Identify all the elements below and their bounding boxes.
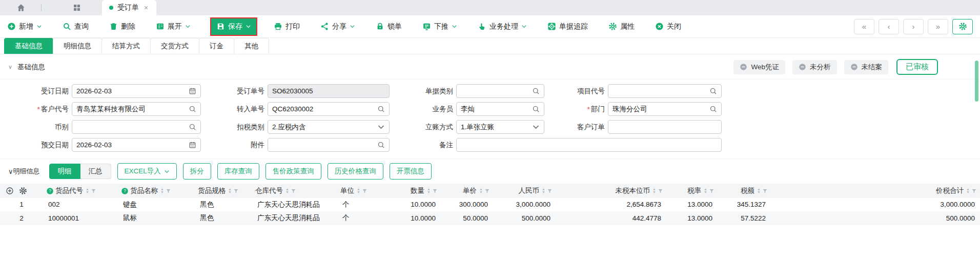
- column-header-item-code[interactable]: ?货品代号▲▼: [43, 184, 118, 198]
- table-row[interactable]: 210000001鼠标黑色广东天心天思消耗品个10.000050.0000500…: [0, 211, 980, 225]
- cell-item-spec[interactable]: 黑色: [195, 211, 252, 225]
- column-header-total[interactable]: 价税合计▲▼: [771, 184, 980, 198]
- field-input-remark[interactable]: [456, 138, 722, 152]
- search-icon[interactable]: [189, 105, 196, 113]
- cell-net-local[interactable]: 2,654.8673: [556, 198, 666, 211]
- search-icon[interactable]: [189, 123, 196, 131]
- tab-基础信息[interactable]: 基础信息: [4, 38, 53, 54]
- filter-icon[interactable]: [91, 188, 96, 194]
- field-input-attachment[interactable]: [268, 138, 390, 152]
- field-input-salesperson[interactable]: 李灿: [456, 102, 544, 116]
- cell-qty[interactable]: 10.0000: [381, 198, 441, 211]
- toolbar-button-print[interactable]: 打印: [274, 22, 300, 31]
- filter-icon[interactable]: [971, 188, 977, 194]
- tab-交货方式[interactable]: 交货方式: [150, 38, 199, 54]
- column-header-item-spec[interactable]: 货品规格▲▼: [195, 184, 252, 198]
- tab-结算方式[interactable]: 结算方式: [101, 38, 151, 54]
- field-input-order-no[interactable]: SO62030005: [268, 84, 390, 98]
- cell-unit-price[interactable]: 300.0000: [441, 198, 493, 211]
- toolbar-button-new[interactable]: 新增: [7, 22, 42, 31]
- column-header-tax-rate[interactable]: 税率▲▼: [666, 184, 718, 198]
- filter-icon[interactable]: [709, 188, 714, 194]
- cell-tax-amount[interactable]: 57.5222: [718, 211, 771, 225]
- search-icon[interactable]: [709, 87, 717, 95]
- field-input-doc-category[interactable]: [456, 84, 544, 98]
- collapse-chevron-icon[interactable]: ∨: [8, 64, 12, 70]
- chevron-down-icon[interactable]: [532, 123, 540, 131]
- nav-first-button[interactable]: «: [854, 19, 874, 34]
- toolbar-button-properties[interactable]: 属性: [608, 22, 635, 31]
- split-button[interactable]: 拆分: [183, 163, 211, 180]
- toolbar-button-business-process[interactable]: 业务处理: [478, 22, 527, 31]
- column-header-unit[interactable]: 单位▲▼: [337, 184, 381, 198]
- cell-unit[interactable]: 个: [337, 211, 381, 225]
- cell-total[interactable]: 3,000.0000: [771, 198, 980, 211]
- collapse-chevron-icon[interactable]: ∨: [8, 168, 13, 175]
- filter-icon[interactable]: [362, 188, 368, 194]
- sort-icon[interactable]: ▲▼: [228, 188, 232, 194]
- field-input-order-date[interactable]: 2026-02-03: [72, 84, 201, 98]
- nav-last-button[interactable]: »: [928, 19, 948, 34]
- grid-icon[interactable]: [71, 3, 83, 12]
- add-row-icon[interactable]: [6, 187, 14, 195]
- column-header-net-local[interactable]: 未税本位币▲▼: [556, 184, 666, 198]
- sort-icon[interactable]: ▲▼: [285, 188, 289, 194]
- column-header-item-name[interactable]: ?货品名称▲▼: [118, 184, 195, 198]
- column-header-unit-price[interactable]: 单价▲▼: [441, 184, 493, 198]
- filter-icon[interactable]: [658, 188, 663, 194]
- invoice-info-button[interactable]: 开票信息: [390, 163, 432, 180]
- toolbar-button-save[interactable]: 保存: [211, 18, 256, 35]
- cell-warehouse[interactable]: 广东天心天思消耗品: [252, 211, 337, 225]
- cell-unit[interactable]: 个: [337, 198, 381, 211]
- sort-icon[interactable]: ▲▼: [479, 188, 483, 194]
- field-input-project-code[interactable]: [608, 84, 722, 98]
- toolbar-button-expand[interactable]: 展开: [156, 22, 191, 31]
- toolbar-settings-button[interactable]: [952, 19, 973, 34]
- cell-net-local[interactable]: 442.4778: [556, 211, 666, 225]
- sort-icon[interactable]: ▲▼: [757, 188, 761, 194]
- sort-icon[interactable]: ▲▼: [652, 188, 656, 194]
- filter-icon[interactable]: [762, 188, 768, 194]
- sort-icon[interactable]: ▲▼: [704, 188, 707, 194]
- filter-icon[interactable]: [432, 188, 438, 194]
- sort-icon[interactable]: ▲▼: [427, 188, 431, 194]
- cell-cny-amount[interactable]: 3,000.0000: [493, 198, 556, 211]
- row-number-cell[interactable]: 1: [0, 198, 43, 211]
- search-icon[interactable]: [709, 105, 717, 113]
- document-tab[interactable]: 受订单 ×: [102, 0, 156, 15]
- cell-cny-amount[interactable]: 500.0000: [493, 211, 556, 225]
- toolbar-button-doc-trace[interactable]: 单据追踪: [547, 22, 588, 31]
- field-input-expected-date[interactable]: 2026-02-03: [72, 138, 201, 152]
- cell-item-spec[interactable]: 黑色: [195, 198, 252, 211]
- tab-明细信息[interactable]: 明细信息: [53, 38, 102, 54]
- sort-icon[interactable]: ▲▼: [86, 188, 89, 194]
- calendar-icon[interactable]: [189, 87, 196, 95]
- nav-prev-button[interactable]: ‹: [879, 19, 899, 34]
- field-input-customer-code[interactable]: 青岛某某科技有限公司: [72, 102, 201, 116]
- calendar-icon[interactable]: [189, 141, 196, 149]
- stock-query-button[interactable]: 库存查询: [217, 163, 259, 180]
- nav-next-button[interactable]: ›: [903, 19, 924, 34]
- toolbar-button-query[interactable]: 查询: [63, 22, 89, 31]
- filter-icon[interactable]: [233, 188, 239, 194]
- field-input-billing-method[interactable]: 1.单张立账: [456, 120, 544, 134]
- column-header-cny-amount[interactable]: 人民币▲▼: [493, 184, 556, 198]
- sort-icon[interactable]: ▲▼: [542, 188, 545, 194]
- toolbar-button-share[interactable]: 分享: [320, 22, 355, 31]
- field-input-department[interactable]: 珠海分公司: [608, 102, 722, 116]
- toggle-summary-view[interactable]: 汇总: [80, 164, 111, 179]
- field-input-currency[interactable]: [72, 120, 201, 134]
- toolbar-button-lock-order[interactable]: 锁单: [376, 22, 402, 31]
- column-header-qty[interactable]: 数量▲▼: [381, 184, 441, 198]
- help-icon[interactable]: ?: [121, 187, 129, 195]
- cell-tax-rate[interactable]: 13.0000: [666, 198, 718, 211]
- help-icon[interactable]: ?: [46, 187, 54, 195]
- column-header-warehouse[interactable]: 仓库代号▲▼: [252, 184, 337, 198]
- filter-icon[interactable]: [166, 188, 171, 194]
- filter-icon[interactable]: [547, 188, 553, 194]
- search-icon[interactable]: [532, 105, 540, 113]
- sort-icon[interactable]: ▲▼: [160, 188, 164, 194]
- home-icon[interactable]: [15, 3, 27, 12]
- filter-icon[interactable]: [484, 188, 490, 194]
- chevron-down-icon[interactable]: [377, 123, 385, 131]
